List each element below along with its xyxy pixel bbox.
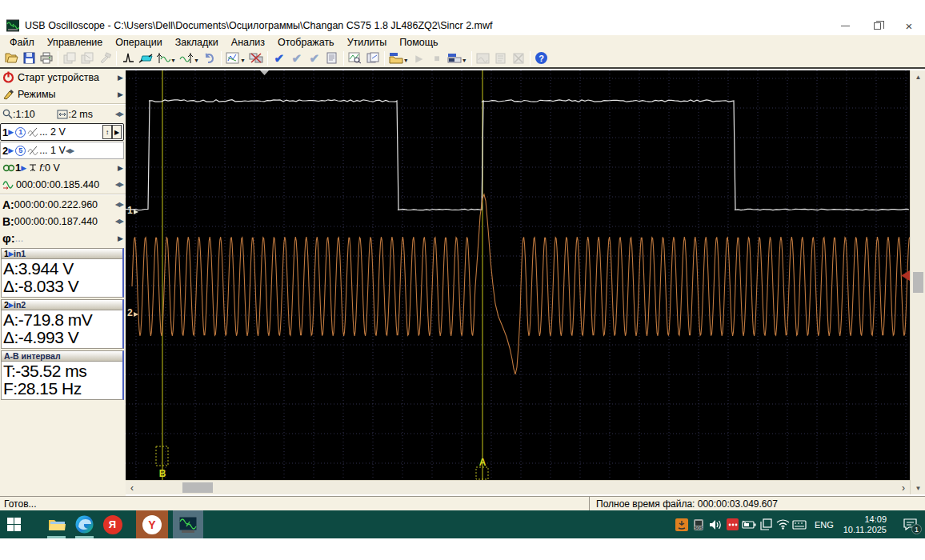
apply-check-3-icon[interactable]: ✔	[306, 50, 323, 66]
tray-app-orange-icon[interactable]	[674, 510, 691, 538]
chart-search-icon[interactable]	[346, 50, 364, 66]
ab-panel-icon[interactable]	[446, 50, 463, 66]
start-device-expand-icon[interactable]: ▶	[118, 74, 123, 82]
yandex-browser-button[interactable]: Я	[98, 510, 126, 538]
menu-utilities[interactable]: Утилиты	[341, 36, 394, 49]
volume-icon[interactable]	[707, 510, 724, 538]
channel-2-row[interactable]: 2 ▶ 5 ... 1 V ◀▶	[0, 142, 124, 159]
channel-1-swap-button[interactable]: ↕	[102, 125, 112, 139]
single-capture-icon[interactable]	[119, 50, 137, 66]
cursor-b-step-buttons[interactable]: ◀▶	[115, 218, 123, 225]
task-view-windows-icon[interactable]	[758, 510, 775, 538]
close-button[interactable]: ×	[893, 16, 925, 35]
apply-check-2-icon[interactable]: ✔	[288, 50, 306, 66]
language-indicator[interactable]: ENG	[808, 520, 840, 530]
print-icon[interactable]	[38, 50, 55, 66]
measure-panel-in1-header[interactable]: 1▶in1	[2, 249, 122, 259]
cursor-a-step-buttons[interactable]: ◀▶	[115, 201, 123, 208]
start-device-row[interactable]: Старт устройства ▶	[0, 69, 126, 86]
scroll-up-icon[interactable]: ▲	[911, 70, 925, 83]
open-file-icon[interactable]	[2, 50, 20, 66]
phase-expand-icon[interactable]: ▶	[118, 234, 123, 242]
scroll-right-icon[interactable]: ›	[897, 481, 910, 495]
taskbar-clock[interactable]: 14:09 10.11.2025	[840, 514, 895, 535]
channel-2-step-buttons[interactable]: ◀▶	[66, 147, 74, 154]
measure-panel-interval-header[interactable]: A-B интервал	[2, 351, 122, 362]
horizontal-scrollbar[interactable]: ‹ ›	[126, 480, 910, 494]
tray-recorder-icon[interactable]	[724, 510, 741, 538]
signal-prev-dropdown-icon[interactable]: ▼	[170, 58, 176, 63]
apply-check-icon[interactable]: ✔	[270, 50, 288, 66]
sweep-step-buttons[interactable]: ◀▶	[115, 110, 123, 118]
oscilloscope-app-button[interactable]	[173, 510, 203, 538]
menu-bar: Файл Управление Операции Закладки Анализ…	[0, 35, 925, 49]
play-ab-icon[interactable]: ▶	[410, 50, 428, 66]
xy-chart-dropdown-icon[interactable]: ▼	[240, 58, 246, 63]
menu-file[interactable]: Файл	[3, 36, 41, 49]
channel-1-row[interactable]: 1 ▶ 1 ... 2 V ↕ ▶	[0, 123, 124, 141]
channel-1-expand-button[interactable]: ▶	[112, 125, 122, 139]
tools-icon[interactable]	[96, 50, 114, 66]
vertical-scrollbar[interactable]: ▲ ▼	[910, 70, 925, 494]
undo-icon[interactable]	[201, 50, 218, 66]
position-row[interactable]: 000:00:00.185.440 ◀▶	[0, 176, 126, 193]
menu-control[interactable]: Управление	[41, 36, 110, 49]
channel-1-number: 1	[2, 126, 8, 138]
edge-button[interactable]	[70, 510, 98, 538]
phase-row[interactable]: φ: ... ▶	[0, 230, 126, 246]
copy-image-icon[interactable]	[61, 50, 78, 66]
touch-keyboard-icon[interactable]	[791, 510, 808, 538]
scroll-left-icon[interactable]: ‹	[126, 481, 138, 495]
svg-text:A: A	[479, 457, 487, 468]
scale-sweep-row[interactable]: :1:10 :2 ms ◀▶	[0, 106, 126, 122]
close-windows-icon[interactable]	[247, 50, 265, 66]
menu-operations[interactable]: Операции	[109, 36, 168, 49]
cursor-b-row[interactable]: B: 000:00:00.187.440 ◀▶	[0, 213, 126, 230]
scroll-down-icon[interactable]: ▼	[911, 482, 925, 494]
notification-badge: 1	[911, 524, 922, 534]
signal-next-marker-icon[interactable]	[178, 50, 195, 66]
action-center-button[interactable]: 1	[895, 510, 925, 538]
modes-expand-icon[interactable]: ▶	[118, 90, 123, 98]
load-ab-icon[interactable]	[387, 50, 405, 66]
start-button[interactable]	[0, 510, 28, 538]
clock-time: 14:09	[843, 514, 887, 525]
delete-disabled-icon[interactable]	[510, 50, 527, 66]
battery-icon[interactable]	[741, 510, 758, 538]
phase-value: ...	[15, 233, 23, 244]
tray-sos-icon[interactable]: SOS	[691, 510, 707, 538]
restore-button[interactable]	[861, 16, 893, 35]
in1-cursor-a-value: A:3.944 V	[3, 260, 121, 278]
xy-chart-icon[interactable]	[224, 50, 242, 66]
view-disabled-icon[interactable]	[475, 50, 492, 66]
menu-bookmarks[interactable]: Закладки	[169, 36, 225, 49]
save-file-icon[interactable]	[20, 50, 38, 66]
copy-image-2-icon[interactable]	[78, 50, 96, 66]
minimize-button[interactable]	[829, 16, 861, 35]
position-step-buttons[interactable]: ◀▶	[115, 181, 123, 188]
load-ab-dropdown-icon[interactable]: ▼	[403, 58, 409, 63]
chart-copy-icon[interactable]	[364, 50, 382, 66]
trigger-row[interactable]: 1 ▶ f: 0 V ▶	[0, 159, 126, 176]
file-explorer-button[interactable]	[42, 510, 70, 538]
fit-selection-icon[interactable]	[137, 50, 154, 66]
wifi-icon[interactable]	[775, 510, 791, 538]
menu-help[interactable]: Помощь	[393, 36, 444, 49]
signal-next-dropdown-icon[interactable]: ▼	[194, 58, 199, 63]
stop-ab-icon[interactable]: ■	[428, 50, 446, 66]
help-icon[interactable]: ?	[533, 50, 551, 66]
signal-prev-marker-icon[interactable]	[154, 50, 172, 66]
report-icon[interactable]	[323, 50, 341, 66]
cursor-a-row[interactable]: A: 000:00:00.222.960 ◀▶	[0, 196, 126, 213]
vertical-scroll-thumb[interactable]	[913, 272, 923, 293]
yandex-app-button[interactable]: Y	[136, 510, 168, 538]
menu-analysis[interactable]: Анализ	[225, 36, 271, 49]
modes-row[interactable]: Режимы ▶	[0, 86, 126, 102]
horizontal-scroll-thumb[interactable]	[182, 482, 213, 493]
trigger-expand-icon[interactable]: ▶	[118, 164, 123, 172]
ab-panel-dropdown-icon[interactable]: ▼	[462, 58, 467, 63]
doc-disabled-icon[interactable]	[492, 50, 510, 66]
scope-display[interactable]: BA12	[126, 70, 910, 480]
measure-panel-in2-header[interactable]: 2▶in2	[2, 300, 122, 310]
menu-display[interactable]: Отображать	[271, 36, 341, 49]
